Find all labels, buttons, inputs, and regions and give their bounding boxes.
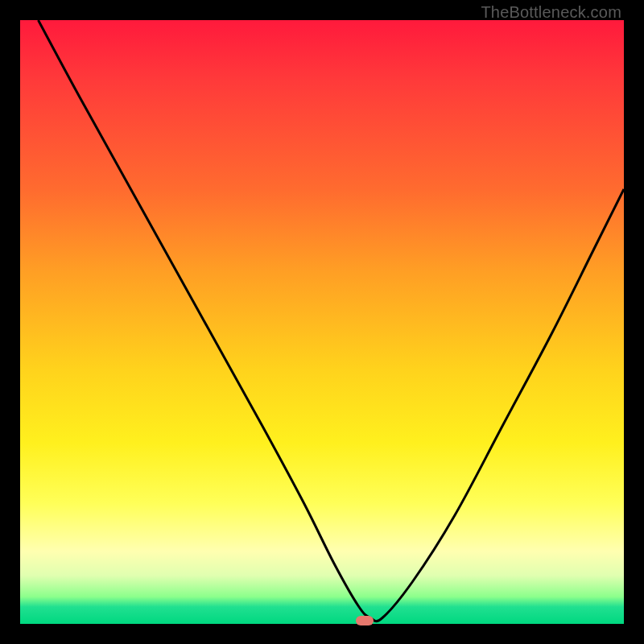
- bottleneck-line: [20, 20, 624, 624]
- plot-area: [20, 20, 624, 624]
- optimal-marker: [356, 616, 374, 625]
- attribution-text: TheBottleneck.com: [481, 3, 621, 22]
- chart-frame: TheBottleneck.com: [0, 0, 644, 644]
